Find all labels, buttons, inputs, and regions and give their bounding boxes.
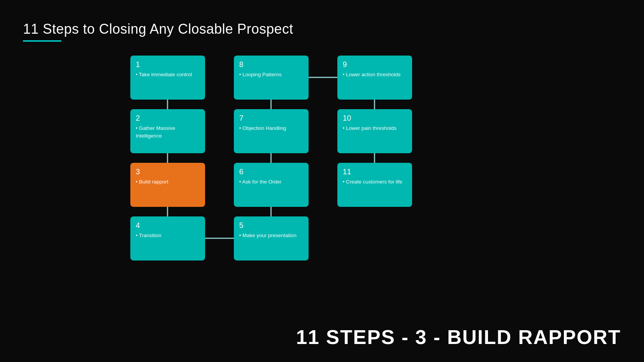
step-box-3: 3 • Build rapport (130, 163, 205, 207)
step-label-6: • Ask for the Order (239, 179, 282, 185)
step-label-10: • Lower pain thresholds (343, 125, 397, 131)
step-box-9: 9 • Lower action thresholds (337, 56, 412, 100)
step-box-6: 6 • Ask for the Order (234, 163, 309, 207)
step-label-4: • Transition (136, 233, 161, 238)
step-number-1: 1 (136, 60, 200, 69)
step-number-8: 8 (239, 60, 303, 69)
step-number-6: 6 (239, 167, 303, 176)
step-label-5: • Make your presentation (239, 233, 297, 238)
page-title: 11 Steps to Closing Any Closable Prospec… (23, 21, 293, 37)
step-box-7: 7 • Objection Handling (234, 109, 309, 153)
step-box-4: 4 • Transition (130, 216, 205, 260)
step-label-7: • Objection Handling (239, 125, 286, 131)
step-number-11: 11 (343, 167, 407, 176)
diagram-container: 1 • Take immediate control 2 • Gather Ma… (130, 56, 414, 278)
step-number-2: 2 (136, 114, 200, 123)
step-number-3: 3 (136, 167, 200, 176)
step-box-5: 5 • Make your presentation (234, 216, 309, 260)
step-box-11: 11 • Create customers for life (337, 163, 412, 207)
step-number-5: 5 (239, 221, 303, 230)
step-label-3: • Build rapport (136, 179, 168, 185)
title-underline (23, 40, 61, 42)
footer-text: 11 STEPS - 3 - BUILD RAPPORT (296, 326, 621, 349)
step-number-7: 7 (239, 114, 303, 123)
step-box-8: 8 • Looping Patterns (234, 56, 309, 100)
step-label-8: • Looping Patterns (239, 72, 282, 77)
step-number-4: 4 (136, 221, 200, 230)
step-box-10: 10 • Lower pain thresholds (337, 109, 412, 153)
step-label-9: • Lower action thresholds (343, 72, 401, 77)
step-label-11: • Create customers for life (343, 179, 402, 185)
step-box-1: 1 • Take immediate control (130, 56, 205, 100)
step-label-1: • Take immediate control (136, 72, 192, 77)
step-number-10: 10 (343, 114, 407, 123)
step-label-2: • Gather Massive Intelligence (136, 125, 175, 139)
step-number-9: 9 (343, 60, 407, 69)
step-box-2: 2 • Gather Massive Intelligence (130, 109, 205, 153)
